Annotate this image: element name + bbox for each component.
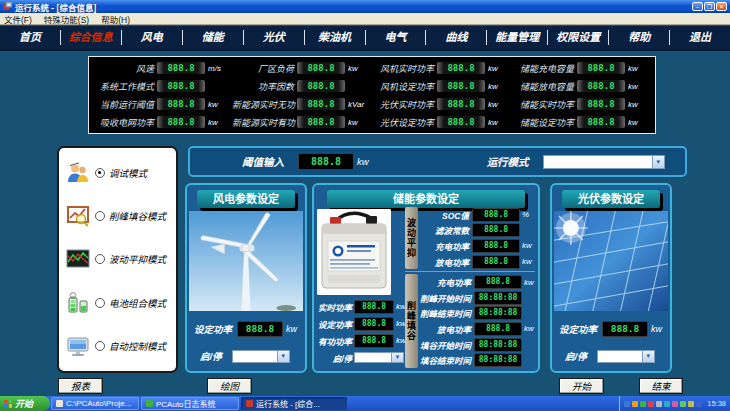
metric-led-display: 888.8 <box>157 62 205 74</box>
start-stop-label: 启/停 <box>316 352 352 364</box>
taskbar-item-log-system[interactable]: PCAuto日志系统 <box>141 397 239 410</box>
close-button[interactable]: ✕ <box>716 2 727 11</box>
nav-energy-mgmt[interactable]: 能量管理 <box>487 30 548 45</box>
metric-wind-realtime-power: 风机实时功率888.8kw <box>372 59 512 77</box>
start-menu-button[interactable]: 开始 <box>0 396 50 411</box>
metric-led-display: 888.8 <box>297 98 345 110</box>
nav-storage[interactable]: 储能 <box>183 30 244 45</box>
metric-led-display: 888.8 <box>297 116 345 128</box>
battery-image <box>317 209 391 295</box>
fluctuation-smoothing-section: 波动平抑 SOC值888.8% 滤波常数888.8 充电功率888.8kw 放电… <box>405 207 535 272</box>
metric-label: 吸收电网功率 <box>92 116 154 129</box>
nav-diesel[interactable]: 柴油机 <box>305 30 366 45</box>
nav-permissions[interactable]: 权限设置 <box>548 30 609 45</box>
row-label: 填谷结束时间 <box>420 354 471 366</box>
mode-peak-shaving[interactable]: 削峰填谷模式 <box>61 204 174 228</box>
led-time-display: 88:88:88 <box>474 338 522 352</box>
metric-storage-set-power: 储能设定功率888.8kw <box>512 113 652 131</box>
taskbar-item-run-system[interactable]: 运行系统 - [综合... <box>241 397 347 410</box>
nav-exit[interactable]: 退出 <box>670 30 730 45</box>
tray-icon[interactable] <box>672 401 678 407</box>
discharge-power-row: 放电功率888.8kw <box>420 255 535 269</box>
metric-wind-set-power: 风机设定功率888.8kw <box>372 77 512 95</box>
taskbar-clock[interactable]: 15:38 <box>707 399 726 408</box>
metric-label: 功率因数 <box>232 80 294 93</box>
start-stop-label: 启/停 <box>565 349 587 363</box>
menu-help[interactable]: 帮助(H) <box>101 13 130 25</box>
window-title: 运行系统 - [综合信息] <box>15 1 96 13</box>
tray-icon[interactable] <box>656 401 662 407</box>
start-stop-label: 启/停 <box>200 349 222 363</box>
nav-electrical[interactable]: 电气 <box>366 30 427 45</box>
nav-pv[interactable]: 光伏 <box>244 30 305 45</box>
tray-icon[interactable] <box>632 401 638 407</box>
pv-start-stop-dropdown[interactable]: ▼ <box>597 350 655 363</box>
set-power-unit: kw <box>286 324 297 334</box>
pv-set-power-display[interactable]: 888.8 <box>602 321 648 337</box>
tray-icon[interactable] <box>696 401 702 407</box>
wind-start-stop-dropdown[interactable]: ▼ <box>232 350 290 363</box>
mode-debug[interactable]: 调试模式 <box>61 161 174 185</box>
menu-special-functions[interactable]: 特殊功能(S) <box>44 13 89 25</box>
taskbar-item-explorer[interactable]: C:\PCAuto\Proje... <box>51 397 139 410</box>
nav-help[interactable]: 帮助 <box>609 30 670 45</box>
nav-home[interactable]: 首页 <box>0 30 61 45</box>
run-mode-dropdown[interactable]: ▼ <box>543 155 665 169</box>
task-label: 运行系统 - [综合... <box>256 398 320 409</box>
wind-panel: 风电参数设定 设定功率 888.8 kw 启/ <box>185 183 307 373</box>
wind-set-power-row: 设定功率 888.8 kw <box>194 321 297 337</box>
mode-label: 波动平抑模式 <box>109 252 166 266</box>
wind-set-power-display[interactable]: 888.8 <box>237 321 283 337</box>
radio[interactable] <box>95 341 105 351</box>
metric-power-factor: 功率因数888.8 <box>232 77 372 95</box>
storage-start-stop-dropdown[interactable]: ▼ <box>354 352 404 363</box>
metric-label: 风机实时功率 <box>372 62 434 75</box>
system-tray: 15:38 <box>619 396 730 411</box>
menu-file[interactable]: 文件(F) <box>4 13 32 25</box>
tray-icon[interactable] <box>688 401 694 407</box>
mode-fluctuation-smoothing[interactable]: 波动平抑模式 <box>61 247 174 271</box>
mode-sidebar: 调试模式 削峰填谷模式 波动平抑模式 电池组合模式 自动控制模式 <box>57 146 178 373</box>
tray-icon[interactable] <box>624 401 630 407</box>
valley-start-time-row: 填谷开始时间88:88:88 <box>420 338 537 352</box>
plot-button[interactable]: 绘图 <box>207 378 252 394</box>
discharge-power-row: 放电功率888.8kw <box>420 322 537 336</box>
charge-power-row: 充电功率888.8kw <box>420 275 537 289</box>
led-time-display: 88:88:88 <box>474 306 522 320</box>
metric-label: 厂区负荷 <box>232 62 294 75</box>
minimize-button[interactable]: – <box>692 2 703 11</box>
chevron-down-icon: ▼ <box>391 353 403 362</box>
wind-start-stop-row: 启/停 ▼ <box>200 349 290 363</box>
tray-icon[interactable] <box>680 401 686 407</box>
tray-icon[interactable] <box>648 401 654 407</box>
metric-unit: kw <box>488 118 498 127</box>
metric-current-threshold: 当前运行阈值888.8kw <box>92 95 232 113</box>
tray-icon[interactable] <box>640 401 646 407</box>
start-button[interactable]: 开始 <box>559 378 604 394</box>
chevron-down-icon: ▼ <box>277 351 289 362</box>
metric-led-display: 888.8 <box>157 80 205 92</box>
nav-curves[interactable]: 曲线 <box>426 30 487 45</box>
maximize-button[interactable]: ❐ <box>704 2 715 11</box>
metric-pv-set-power: 光伏设定功率888.8kw <box>372 113 512 131</box>
tray-icon[interactable] <box>664 401 670 407</box>
report-button[interactable]: 报表 <box>58 378 103 394</box>
nav-overview[interactable]: 综合信息 <box>61 30 122 45</box>
metric-led-display: 888.8 <box>437 98 485 110</box>
pv-panel-title: 光伏参数设定 <box>562 190 660 208</box>
wind-turbine-image <box>189 211 303 311</box>
end-button[interactable]: 结束 <box>639 378 683 394</box>
threshold-input[interactable]: 888.8 <box>298 153 354 170</box>
storage-start-stop-row: 启/停 ▼ <box>316 349 404 366</box>
led-time-display: 88:88:88 <box>474 291 522 305</box>
radio[interactable] <box>95 254 105 264</box>
metric-wind-speed: 风速888.8m/s <box>92 59 232 77</box>
radio-selected[interactable] <box>95 168 105 178</box>
metric-plant-load: 厂区负荷888.8kw <box>232 59 372 77</box>
nav-wind[interactable]: 风电 <box>122 30 183 45</box>
mode-battery-combination[interactable]: 电池组合模式 <box>61 291 174 315</box>
radio[interactable] <box>95 211 105 221</box>
mode-auto-control[interactable]: 自动控制模式 <box>61 334 174 358</box>
radio[interactable] <box>95 298 105 308</box>
led-display[interactable]: 888.8 <box>354 317 394 331</box>
